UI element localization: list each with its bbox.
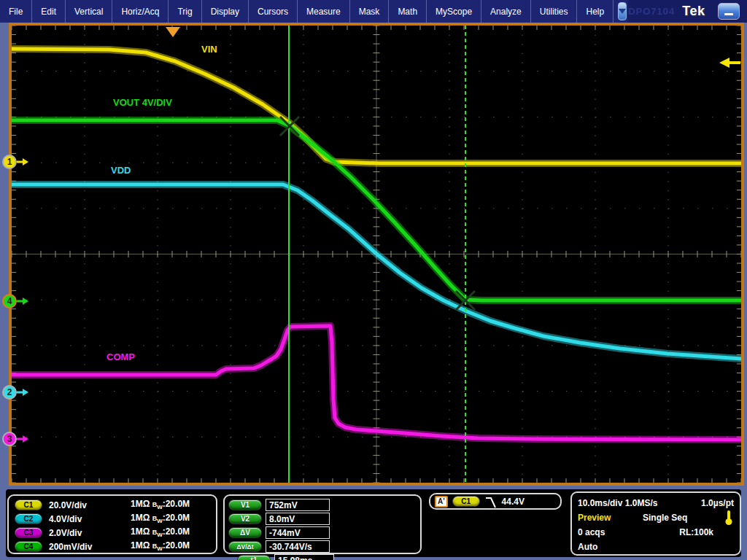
menu-item-vertical[interactable]: Vertical xyxy=(66,0,112,23)
menu-item-myscope[interactable]: MyScope xyxy=(427,0,481,23)
channel-pill-c1: C1 xyxy=(15,499,42,510)
channel-pill-c3: C3 xyxy=(15,527,42,538)
minimize-icon xyxy=(724,13,733,15)
channel-marker-circle-4: 4 xyxy=(2,294,17,308)
trigger-a-badge: A' xyxy=(435,496,448,508)
model-label: DPO7104 xyxy=(628,6,675,17)
cursor-value--v: -744mV xyxy=(266,526,330,539)
trigger-position-marker[interactable] xyxy=(166,27,180,37)
trace-label-vin: VIN xyxy=(201,44,217,55)
cursor-readout-v2: V28.0mV xyxy=(228,512,330,526)
channel-pill-c4: C4 xyxy=(15,541,42,552)
menu-item-help[interactable]: Help xyxy=(577,0,614,23)
oscilloscope-screen: FileEditVerticalHoriz/AcqTrigDisplayCurs… xyxy=(0,0,747,560)
cursor-value--v-t: -30.744V/s xyxy=(266,540,330,553)
channel-marker-4[interactable]: 4 xyxy=(2,293,28,309)
menu-item-utilities[interactable]: Utilities xyxy=(531,0,578,23)
channel-scale-c1: 20.0V/div xyxy=(49,500,131,510)
channel-scale-c2: 4.0V/div xyxy=(49,514,131,524)
cursor-readout--v: ΔV-744mV xyxy=(228,526,330,540)
trigger-source-pill: C1 xyxy=(452,496,480,507)
menu-item-trig[interactable]: Trig xyxy=(169,0,201,23)
cursor-value-t1: 15.98ms xyxy=(274,554,334,560)
channel-impedance-bw-c1: 1MΩ BW:20.0M xyxy=(131,499,190,510)
thermometer-icon xyxy=(724,510,734,526)
menu-item-edit[interactable]: Edit xyxy=(32,0,66,23)
menu-item-file[interactable]: File xyxy=(0,0,32,23)
channel-impedance-bw-c3: 1MΩ BW:20.0M xyxy=(131,526,190,538)
cursor-value-v1: 752mV xyxy=(266,499,330,511)
cursor-pill-v1: V1 xyxy=(228,499,262,510)
menu-items: FileEditVerticalHoriz/AcqTrigDisplayCurs… xyxy=(0,0,614,23)
channel-marker-arrow-3 xyxy=(17,435,28,443)
sample-resolution-label: 1.0µs/pt xyxy=(701,498,734,508)
channel-marker-circle-1: 1 xyxy=(2,155,17,169)
menu-item-display[interactable]: Display xyxy=(202,0,249,23)
channel-settings-panel[interactable]: C120.0V/div1MΩ BW:20.0MC24.0V/div1MΩ BW:… xyxy=(7,494,217,554)
channel-scale-c4: 200mV/div xyxy=(49,542,131,552)
trigger-mode-label: Auto xyxy=(578,542,597,552)
cursor-value-v2: 8.0mV xyxy=(266,513,330,525)
cursor-readout--v-t: ΔV/Δt-30.744V/s xyxy=(228,540,330,553)
menu-item-mask[interactable]: Mask xyxy=(350,0,390,23)
tek-logo: Tek xyxy=(682,4,705,19)
trace-label-vdd: VDD xyxy=(111,165,131,176)
trace-label-comp: COMP xyxy=(107,351,135,362)
cursor-pill--v-t: ΔV/Δt xyxy=(228,541,262,552)
acquisition-mode-label: Single Seq xyxy=(643,513,687,523)
menu-item-analyze[interactable]: Analyze xyxy=(481,0,531,23)
trigger-level-value: 44.4V xyxy=(502,497,525,507)
menu-overflow-button[interactable] xyxy=(618,2,627,20)
channel-marker-3[interactable]: 3 xyxy=(2,431,28,447)
status-bar: C120.0V/div1MΩ BW:20.0MC24.0V/div1MΩ BW:… xyxy=(0,486,747,560)
channel-marker-arrow-1 xyxy=(17,158,28,166)
menu-bar: FileEditVerticalHoriz/AcqTrigDisplayCurs… xyxy=(0,0,747,23)
trigger-panel: A' C1 44.4V xyxy=(426,490,568,557)
channel-marker-circle-2: 2 xyxy=(2,385,17,400)
cursor-pill-t1: t1 xyxy=(237,555,271,560)
channel-impedance-bw-c2: 1MΩ BW:20.0M xyxy=(131,513,190,524)
channel-marker-arrow-2 xyxy=(17,388,28,397)
cursor-pill-v2: V2 xyxy=(228,513,262,524)
acquisition-panel[interactable]: 10.0ms/div 1.0MS/s 1.0µs/pt Preview Sing… xyxy=(570,491,741,556)
menu-item-measure[interactable]: Measure xyxy=(298,0,350,23)
menu-item-horiz-acq[interactable]: Horiz/Acq xyxy=(112,0,169,23)
channel-marker-arrow-4 xyxy=(17,297,28,306)
waveform-display[interactable]: VINVOUT 4V/DIVVDDCOMP xyxy=(12,26,741,483)
minimize-button[interactable] xyxy=(718,3,740,20)
channel-scale-c3: 2.0V/div xyxy=(49,528,131,538)
channel-row-c2[interactable]: C24.0V/div1MΩ BW:20.0M xyxy=(15,512,216,526)
title-zone: DPO7104 Tek X xyxy=(628,0,747,23)
trigger-level-marker[interactable] xyxy=(719,58,740,68)
menu-item-math[interactable]: Math xyxy=(389,0,427,23)
channel-marker-circle-3: 3 xyxy=(2,432,17,446)
channel-marker-1[interactable]: 1 xyxy=(2,154,28,170)
preview-status: Preview xyxy=(578,513,611,523)
trace-label-vout: VOUT 4V/DIV xyxy=(113,97,172,108)
channel-row-c4[interactable]: C4200mV/div1MΩ BW:20.0M xyxy=(15,540,216,553)
menu-item-cursors[interactable]: Cursors xyxy=(249,0,298,23)
cursor-pill--v: ΔV xyxy=(228,527,262,538)
channel-row-c3[interactable]: C32.0V/div1MΩ BW:20.0M xyxy=(15,526,216,540)
record-length-label: RL:100k xyxy=(679,527,713,537)
cursor-readout-v1: V1752mV xyxy=(228,498,330,512)
cursor-readout-t1: t115.98ms xyxy=(237,553,334,560)
acq-count-label: 0 acqs xyxy=(578,527,605,537)
chevron-down-icon xyxy=(619,9,626,14)
channel-marker-2[interactable]: 2 xyxy=(2,384,28,400)
falling-edge-icon xyxy=(484,494,498,509)
timebase-label: 10.0ms/div 1.0MS/s xyxy=(578,498,657,508)
channel-impedance-bw-c4: 1MΩ BW:20.0M xyxy=(131,540,190,552)
channel-row-c1[interactable]: C120.0V/div1MΩ BW:20.0M xyxy=(15,498,216,512)
cursor-readout-panel: V1752mVV28.0mVΔV-744mVΔV/Δt-30.744V/s t1… xyxy=(223,494,422,554)
trigger-readout[interactable]: A' C1 44.4V xyxy=(429,493,562,510)
channel-pill-c2: C2 xyxy=(15,513,42,524)
